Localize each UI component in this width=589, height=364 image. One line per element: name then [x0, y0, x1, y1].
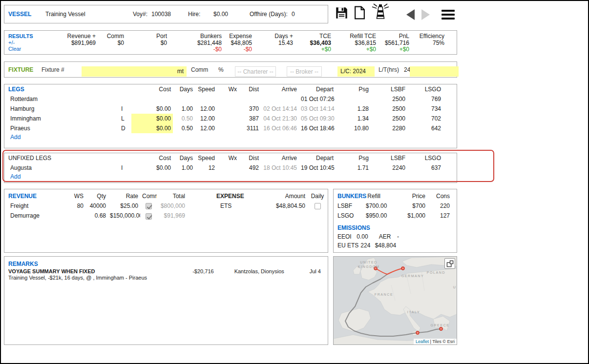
- bunkers-panel: BUNKERS Refill Price Cons LSBF $700.00 $…: [333, 189, 457, 253]
- results-days-label[interactable]: Days +: [252, 33, 293, 40]
- bunker-row-lsgo: LSGO $950.00 $1,000 127: [334, 211, 457, 221]
- cargo-quantity-input[interactable]: mt: [82, 66, 187, 77]
- freight-ws[interactable]: 80: [58, 201, 85, 211]
- lsgo-refill[interactable]: $950.00: [364, 211, 382, 221]
- results-title: RESULTS: [8, 33, 41, 40]
- lsbf-refill[interactable]: $700.00: [364, 201, 382, 211]
- fixture-extra-input[interactable]: [410, 66, 459, 77]
- vessel-bar: VESSEL Training Vessel Voy#: 100038 Hire…: [4, 5, 328, 23]
- leg-type[interactable]: I: [119, 104, 131, 114]
- leg-type[interactable]: L: [119, 114, 131, 123]
- demurrage-qty[interactable]: 0.68: [85, 211, 108, 221]
- leg-row: Immingham L $0.00 0.50 12.00 387 04 Oct …: [4, 114, 457, 123]
- results-revenue-value: $891,969: [41, 40, 96, 47]
- results-adjust-link[interactable]: +/-: [8, 40, 41, 46]
- bunker-row-lsbf: LSBF $700.00 $700 220: [334, 201, 457, 211]
- forward-arrow-icon[interactable]: [421, 9, 430, 20]
- bunkers-title: BUNKERS: [334, 191, 364, 201]
- lsgo-price[interactable]: $1,000: [382, 211, 427, 221]
- hire-label: Hire:: [188, 11, 200, 18]
- price-header-link[interactable]: Price: [382, 191, 427, 201]
- bunkers-table: BUNKERS Refill Price Cons LSBF $700.00 $…: [334, 191, 457, 221]
- laycan-select[interactable]: L/C: 2024: [337, 66, 375, 77]
- lsgo-cons[interactable]: 127: [427, 211, 452, 221]
- demurrage-comm-checkbox[interactable]: [146, 213, 152, 220]
- map-label-united: UNITED: [360, 261, 378, 264]
- unfixed-leg-row: Augusta I $0.00 1.00 12 492 18 Oct 10:45…: [4, 163, 457, 173]
- bunkers-header-row: BUNKERS Refill Price Cons: [334, 191, 457, 201]
- voyage-estimate-page: VESSEL Training Vessel Voy#: 100038 Hire…: [0, 0, 589, 364]
- revenue-panel: REVENUE WS Qty Rate Comm Total EXPENSE A…: [4, 189, 328, 253]
- unfixed-legs-header-row: UNFIXED LEGS Cost Days Speed Wx Dist Arr…: [4, 153, 457, 163]
- leg-type[interactable]: D: [119, 123, 131, 133]
- lsbf-price[interactable]: $700: [382, 201, 427, 211]
- route-map[interactable]: UNITED KINGDOM GERMANY POLAND FRANCE ITA…: [333, 256, 457, 345]
- remarks-title: REMARKS: [8, 261, 321, 267]
- ets-daily-checkbox[interactable]: [315, 203, 321, 209]
- leg-row: Hamburg I $0.00 1.00 12.00 370 02 Oct 14…: [4, 104, 457, 114]
- revenue-header-row: REVENUE WS Qty Rate Comm Total EXPENSE A…: [4, 191, 328, 201]
- results-col-days: Days + 15.43: [252, 33, 293, 53]
- leg-port[interactable]: Augusta: [4, 163, 119, 173]
- results-col-pnl: PnL $561,716 +$0: [376, 33, 409, 53]
- expand-map-button[interactable]: [444, 258, 455, 269]
- map-label-u: U: [453, 285, 457, 289]
- vessel-label: VESSEL: [8, 11, 31, 18]
- leg-type[interactable]: [119, 94, 131, 104]
- lighthouse-icon[interactable]: [370, 3, 391, 21]
- map-label-poland: POLAND: [427, 271, 445, 274]
- map-label-germany: GERMANY: [401, 274, 424, 278]
- results-revenue-label[interactable]: Revenue +: [41, 33, 96, 40]
- new-document-icon[interactable]: [354, 6, 365, 21]
- add-leg-link[interactable]: Add: [4, 133, 457, 141]
- revenue-title: REVENUE: [4, 191, 58, 201]
- freight-comm-checkbox[interactable]: [146, 203, 152, 209]
- fixture-comm-label: Comm: [191, 66, 208, 73]
- back-arrow-icon[interactable]: [406, 9, 415, 20]
- voyage-summary-date: Jul 4: [310, 268, 321, 274]
- fixture-title: FIXTURE: [8, 66, 33, 73]
- results-col-efficiency: Efficiency 75%: [409, 33, 444, 53]
- demurrage-rate[interactable]: $150,000.00: [108, 211, 140, 221]
- results-clear-link[interactable]: Clear: [8, 46, 41, 52]
- leg-cost-highlighted[interactable]: $0.00: [131, 114, 173, 123]
- results-col-revenue: Revenue + $891,969: [41, 33, 96, 53]
- revenue-table: REVENUE WS Qty Rate Comm Total EXPENSE A…: [4, 191, 328, 221]
- leaflet-link[interactable]: Leaflet: [416, 339, 429, 344]
- voyage-summary-amount: -$20,716: [192, 268, 213, 274]
- speed-header-link[interactable]: Speed: [195, 84, 217, 94]
- laytime-hours-label: L/T(hrs): [379, 66, 399, 73]
- leg-port[interactable]: Piraeus: [4, 123, 119, 133]
- vessel-name[interactable]: Training Vessel: [45, 11, 85, 18]
- leg-port[interactable]: Immingham: [4, 114, 119, 123]
- map-canvas[interactable]: UNITED KINGDOM GERMANY POLAND FRANCE ITA…: [334, 257, 457, 344]
- ets-label: ETS: [214, 201, 263, 211]
- voyage-summary-text: Training Vessel, -$21k, 16 days, @ , Imm…: [8, 275, 321, 281]
- save-icon[interactable]: [335, 6, 348, 21]
- leg-port[interactable]: Rotterdam: [4, 94, 119, 104]
- revenue-row-freight: Freight 80 40000 $25.00 $800,000 ETS $48…: [4, 201, 328, 211]
- ets-amount[interactable]: $48,804.50: [263, 201, 307, 211]
- leg-cost-highlighted[interactable]: $0.00: [131, 123, 173, 133]
- menu-icon[interactable]: [442, 10, 455, 21]
- add-unfixed-leg-link[interactable]: Add: [4, 173, 457, 180]
- map-attribution: Leaflet | Tiles © Esri: [414, 339, 457, 344]
- freight-qty[interactable]: 40000: [85, 201, 108, 211]
- revenue-row-demurrage: Demurrage 0.68 $150,000.00 $91,969: [4, 211, 328, 221]
- lsbf-cons[interactable]: 220: [427, 201, 452, 211]
- euets-label: EU ETS: [337, 242, 359, 249]
- charterer-select[interactable]: -- Charterer --: [235, 66, 276, 77]
- freight-rate[interactable]: $25.00: [108, 201, 140, 211]
- weather-header-link[interactable]: Wx: [217, 84, 239, 94]
- leg-type[interactable]: I: [119, 163, 131, 173]
- legs-header-row: LEGS Cost Days Speed Wx Dist Arrive Depa…: [4, 84, 457, 94]
- aer-value: -: [397, 233, 399, 240]
- hire-value[interactable]: $0.00: [213, 11, 228, 18]
- rate-header-link[interactable]: Rate: [108, 191, 140, 201]
- results-col-comm: Comm $0: [96, 33, 124, 53]
- offhire-value[interactable]: 0: [292, 11, 295, 18]
- euets-cost: $48,804: [375, 242, 396, 249]
- leg-port[interactable]: Hamburg: [4, 104, 119, 114]
- voyage-number-value[interactable]: 100038: [151, 11, 171, 18]
- broker-select[interactable]: -- Broker --: [287, 66, 322, 77]
